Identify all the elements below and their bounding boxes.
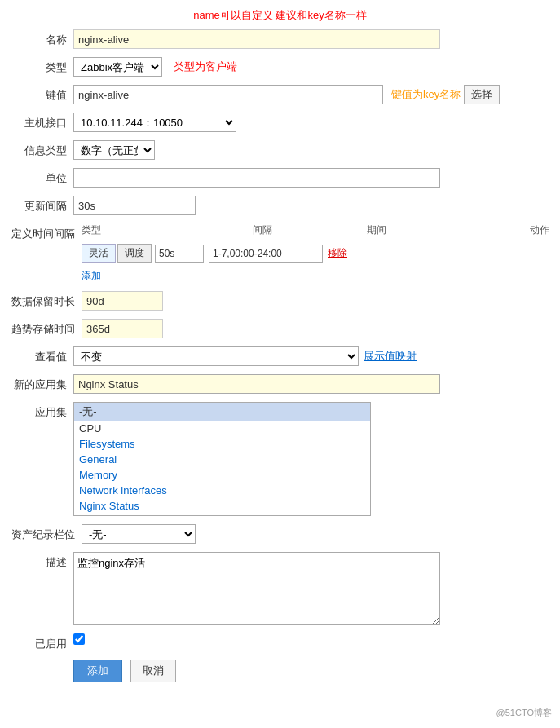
- key-input[interactable]: [73, 85, 383, 104]
- asset-select[interactable]: -无-: [82, 524, 196, 544]
- col-interval-label: 间隔: [253, 223, 351, 237]
- label-trend-keep: 趋势存储时间: [8, 319, 82, 337]
- label-host-port: 主机接口: [8, 113, 73, 130]
- label-update-interval: 更新间隔: [8, 196, 73, 214]
- type-select[interactable]: Zabbix客户端: [73, 57, 162, 77]
- trend-keep-input[interactable]: [82, 319, 163, 338]
- interval-period-input[interactable]: [209, 245, 323, 263]
- unit-input[interactable]: [73, 168, 440, 188]
- col-type-label: 类型: [82, 223, 163, 237]
- label-custom-interval: 定义时间间隔: [8, 223, 82, 241]
- cancel-button[interactable]: 取消: [130, 660, 176, 682]
- label-name: 名称: [8, 29, 73, 47]
- label-unit: 单位: [8, 168, 73, 186]
- label-data-keep: 数据保留时长: [8, 291, 82, 309]
- show-map-link[interactable]: 展示值映射: [364, 349, 417, 364]
- key-annotation: 键值为key名称: [391, 87, 461, 102]
- list-item[interactable]: Nginx Status: [74, 498, 370, 514]
- app-list-box[interactable]: -无- CPU Filesystems General Memory Netwo…: [73, 402, 371, 516]
- info-type-select[interactable]: 数字（无正负）: [73, 140, 155, 160]
- host-select[interactable]: 10.10.11.244：10050: [73, 113, 236, 132]
- flexible-tag[interactable]: 灵活: [82, 244, 116, 263]
- list-item[interactable]: -无-: [74, 403, 370, 421]
- label-asset-slot: 资产纪录栏位: [8, 524, 82, 542]
- col-period-label: 期间: [367, 223, 497, 237]
- top-annotation: name可以自定义 建议和key名称一样: [0, 8, 560, 23]
- type-annotation: 类型为客户端: [174, 60, 237, 74]
- col-action-label: 动作: [530, 223, 560, 237]
- interval-value-input[interactable]: [155, 245, 204, 263]
- submit-add-button[interactable]: 添加: [73, 660, 122, 682]
- list-item[interactable]: Memory: [74, 467, 370, 483]
- list-item[interactable]: OS: [74, 514, 370, 516]
- list-item[interactable]: Network interfaces: [74, 483, 370, 498]
- label-query-val: 查看值: [8, 346, 73, 364]
- enabled-checkbox[interactable]: [73, 633, 85, 645]
- label-app-set: 应用集: [8, 402, 73, 420]
- label-desc: 描述: [8, 552, 73, 570]
- label-info-type: 信息类型: [8, 140, 73, 158]
- remove-interval-link[interactable]: 移除: [328, 246, 347, 260]
- list-item[interactable]: CPU: [74, 421, 370, 436]
- label-enabled: 已启用: [8, 633, 73, 651]
- key-select-button[interactable]: 选择: [464, 85, 500, 104]
- schedule-tag[interactable]: 调度: [117, 244, 152, 263]
- list-item[interactable]: General: [74, 452, 370, 467]
- label-key: 键值: [8, 85, 73, 103]
- label-new-app: 新的应用集: [8, 374, 73, 392]
- update-interval-input[interactable]: [73, 196, 196, 215]
- data-keep-input[interactable]: [82, 291, 163, 311]
- label-type: 类型: [8, 57, 73, 75]
- add-interval-link[interactable]: 添加: [82, 269, 101, 283]
- watermark: @51CTO博客: [0, 707, 560, 719]
- new-app-input[interactable]: [73, 374, 440, 394]
- desc-textarea[interactable]: 监控nginx存活: [73, 552, 440, 625]
- name-input[interactable]: [73, 29, 440, 49]
- query-val-select[interactable]: 不变: [73, 346, 359, 366]
- list-item[interactable]: Filesystems: [74, 436, 370, 452]
